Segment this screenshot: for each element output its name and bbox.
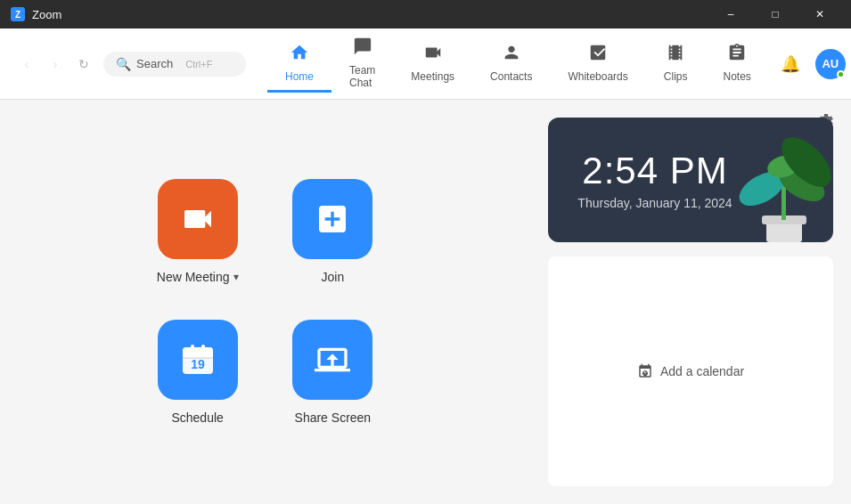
new-meeting-label: New Meeting ▾: [157, 270, 239, 284]
tab-home-label: Home: [285, 70, 314, 83]
contacts-icon: [502, 43, 521, 67]
tab-meetings-label: Meetings: [411, 70, 454, 83]
join-label: Join: [322, 270, 345, 284]
svg-rect-4: [191, 345, 194, 352]
tab-whiteboards[interactable]: Whiteboards: [550, 36, 645, 93]
schedule-item: 19 Schedule: [157, 320, 239, 425]
search-shortcut: Ctrl+F: [185, 59, 212, 69]
search-icon: 🔍: [116, 57, 131, 71]
team-chat-icon: [353, 37, 372, 61]
tab-clips[interactable]: Clips: [646, 36, 706, 93]
share-screen-label: Share Screen: [295, 411, 372, 425]
tab-whiteboards-label: Whiteboards: [568, 70, 627, 83]
left-panel: New Meeting ▾ Join 19: [0, 100, 530, 504]
nav-bar: ‹ › ↻ 🔍 Search Ctrl+F Home Team Chat Mee…: [0, 28, 851, 100]
action-grid: New Meeting ▾ Join 19: [157, 179, 373, 425]
clock-content: 2:54 PM Thursday, January 11, 2024: [577, 150, 803, 210]
main-content: New Meeting ▾ Join 19: [0, 100, 851, 504]
tab-notes[interactable]: Notes: [705, 36, 768, 93]
title-bar: Z Zoom – □ ✕: [0, 0, 851, 28]
whiteboards-icon: [588, 43, 608, 67]
notes-icon: [727, 43, 747, 67]
online-status-indicator: [837, 70, 845, 78]
calendar-section: Add a calendar: [548, 256, 833, 486]
join-button[interactable]: [292, 179, 372, 259]
schedule-button[interactable]: 19: [158, 320, 238, 400]
avatar[interactable]: AU: [815, 49, 846, 79]
tab-contacts[interactable]: Contacts: [472, 36, 550, 93]
maximize-button[interactable]: □: [755, 0, 796, 28]
clips-icon: [666, 43, 685, 67]
tab-home[interactable]: Home: [267, 36, 331, 93]
svg-text:19: 19: [191, 357, 205, 371]
new-meeting-item: New Meeting ▾: [157, 179, 239, 284]
share-screen-item: Share Screen: [292, 320, 374, 425]
tab-notes-label: Notes: [723, 70, 750, 83]
search-box[interactable]: 🔍 Search Ctrl+F: [103, 52, 246, 77]
new-meeting-button[interactable]: [158, 179, 238, 259]
nav-right: 🔔 AU: [776, 49, 846, 79]
clock-card: 2:54 PM Thursday, January 11, 2024: [548, 118, 833, 242]
history-button[interactable]: ↻: [71, 52, 96, 77]
add-calendar-label: Add a calendar: [660, 364, 744, 378]
home-icon: [290, 43, 309, 67]
schedule-label: Schedule: [171, 411, 223, 425]
tab-team-chat[interactable]: Team Chat: [331, 29, 393, 99]
tab-team-chat-label: Team Chat: [349, 64, 375, 89]
new-meeting-arrow: ▾: [233, 271, 239, 283]
clock-time: 2:54 PM: [577, 150, 732, 192]
tab-clips-label: Clips: [664, 70, 688, 83]
title-bar-left: Z Zoom: [11, 7, 61, 21]
app-title: Zoom: [32, 8, 61, 21]
add-calendar-button[interactable]: Add a calendar: [637, 363, 744, 379]
nav-history: ‹ › ↻: [14, 52, 96, 77]
forward-button[interactable]: ›: [43, 52, 68, 77]
minimize-button[interactable]: –: [710, 0, 751, 28]
svg-rect-5: [201, 345, 205, 352]
meetings-icon: [423, 43, 443, 67]
window-controls: – □ ✕: [710, 0, 840, 28]
back-button[interactable]: ‹: [14, 52, 39, 77]
right-panel: 2:54 PM Thursday, January 11, 2024 Add a…: [530, 100, 851, 504]
share-screen-button[interactable]: [292, 320, 372, 400]
tab-meetings[interactable]: Meetings: [393, 36, 472, 93]
search-text: Search: [136, 57, 173, 70]
notifications-button[interactable]: 🔔: [776, 50, 805, 78]
join-item: Join: [292, 179, 374, 284]
nav-tabs: Home Team Chat Meetings Contacts Whitebo…: [267, 29, 769, 99]
calendar-add-icon: [637, 363, 653, 379]
clock-date: Thursday, January 11, 2024: [577, 196, 732, 210]
avatar-initials: AU: [822, 57, 839, 70]
close-button[interactable]: ✕: [799, 0, 840, 28]
app-logo: Z: [11, 7, 25, 21]
tab-contacts-label: Contacts: [490, 70, 532, 83]
